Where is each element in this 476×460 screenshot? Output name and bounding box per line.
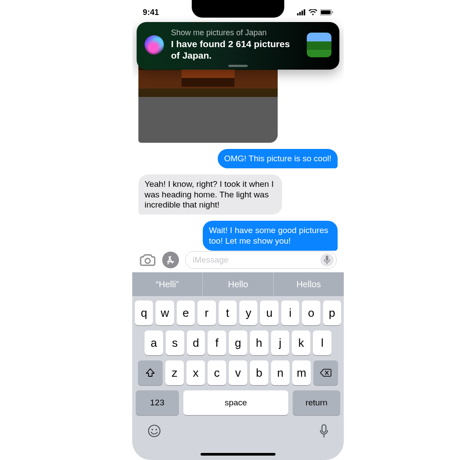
key-m[interactable]: m (292, 360, 311, 385)
key-g[interactable]: g (229, 330, 247, 355)
keyboard-suggestion-bar: “Helli” Hello Hellos (132, 272, 344, 296)
battery-icon (320, 9, 333, 15)
outgoing-message-bubble[interactable]: Wait! I have some good pictures too! Let… (203, 221, 338, 251)
key-o[interactable]: o (302, 300, 320, 325)
siri-drag-handle[interactable] (228, 65, 248, 67)
key-a[interactable]: a (145, 330, 163, 355)
key-v[interactable]: v (229, 360, 247, 385)
svg-rect-2 (301, 11, 303, 15)
siri-orb-icon (145, 35, 164, 55)
emoji-icon (147, 424, 161, 438)
home-indicator[interactable] (201, 453, 275, 456)
key-n[interactable]: n (271, 360, 290, 385)
camera-button[interactable] (139, 252, 156, 268)
keyboard-bottom-row (135, 420, 341, 441)
siri-result-card[interactable]: Show me pictures of Japan I have found 2… (137, 22, 339, 70)
key-u[interactable]: u (260, 300, 278, 325)
keyboard-row-2: a s d f g h j k l (135, 330, 341, 355)
incoming-message-bubble[interactable]: Yeah! I know, right? I took it when I wa… (138, 174, 282, 215)
message-row: Wait! I have some good pictures too! Let… (138, 221, 338, 251)
key-i[interactable]: i (281, 300, 299, 325)
siri-text-block: Show me pictures of Japan I have found 2… (171, 28, 300, 62)
svg-rect-1 (299, 12, 301, 15)
svg-rect-5 (321, 11, 331, 15)
key-numbers[interactable]: 123 (136, 390, 179, 415)
svg-rect-3 (304, 9, 305, 15)
app-drawer-button[interactable] (162, 252, 179, 268)
status-indicators (297, 9, 333, 15)
keyboard-row-1: q w e r t y u i o p (135, 300, 341, 325)
siri-response-text: I have found 2 614 pictures of Japan. (171, 38, 300, 62)
svg-rect-6 (332, 11, 333, 14)
key-k[interactable]: k (292, 330, 310, 355)
dictation-button[interactable] (320, 253, 334, 267)
siri-query-text: Show me pictures of Japan (171, 28, 300, 37)
keyboard: q w e r t y u i o p a s d f g h j k l (132, 296, 344, 460)
svg-point-11 (152, 429, 153, 430)
key-r[interactable]: r (197, 300, 216, 325)
message-row: OMG! This picture is so cool! (138, 149, 338, 168)
key-y[interactable]: y (239, 300, 257, 325)
camera-icon (140, 253, 156, 267)
outgoing-message-bubble[interactable]: OMG! This picture is so cool! (218, 149, 338, 168)
svg-point-12 (156, 429, 157, 430)
dictate-keyboard-button[interactable] (319, 424, 329, 441)
message-input[interactable]: iMessage (185, 251, 337, 269)
key-j[interactable]: j (271, 330, 290, 355)
phone-frame: 9:41 Show me pictures of Japan (132, 0, 344, 460)
key-c[interactable]: c (208, 360, 226, 385)
compose-bar: iMessage (132, 248, 344, 272)
svg-point-10 (149, 425, 160, 437)
svg-rect-0 (297, 13, 299, 15)
suggestion-item[interactable]: Hello (203, 272, 273, 296)
key-f[interactable]: f (208, 330, 226, 355)
status-time: 9:41 (143, 8, 159, 17)
key-s[interactable]: s (166, 330, 184, 355)
key-e[interactable]: e (177, 300, 195, 325)
backspace-icon (320, 368, 331, 377)
key-d[interactable]: d (187, 330, 205, 355)
message-row: Yeah! I know, right? I took it when I wa… (138, 174, 338, 215)
microphone-icon (319, 424, 329, 438)
suggestion-item[interactable]: “Helli” (132, 272, 203, 296)
keyboard-row-3: z x c v b n m (135, 360, 341, 385)
svg-rect-13 (322, 425, 326, 432)
svg-rect-8 (326, 256, 328, 261)
key-x[interactable]: x (186, 360, 205, 385)
message-input-placeholder: iMessage (193, 255, 320, 265)
key-q[interactable]: q (135, 300, 153, 325)
key-w[interactable]: w (156, 300, 174, 325)
siri-result-thumbnail[interactable] (307, 33, 331, 57)
key-space[interactable]: space (183, 390, 288, 415)
key-h[interactable]: h (250, 330, 268, 355)
key-shift[interactable] (138, 360, 163, 385)
microphone-icon (324, 256, 331, 264)
key-l[interactable]: l (313, 330, 331, 355)
device-notch (192, 0, 284, 18)
wifi-icon (309, 9, 317, 15)
emoji-button[interactable] (147, 424, 161, 441)
key-p[interactable]: p (323, 300, 341, 325)
key-backspace[interactable] (313, 360, 338, 385)
key-z[interactable]: z (165, 360, 184, 385)
cellular-icon (297, 9, 306, 15)
svg-point-7 (145, 259, 150, 263)
app-store-icon (162, 252, 179, 268)
keyboard-row-4: 123 space return (135, 390, 341, 415)
suggestion-item[interactable]: Hellos (274, 272, 344, 296)
key-b[interactable]: b (250, 360, 268, 385)
key-t[interactable]: t (219, 300, 237, 325)
shift-icon (145, 368, 155, 378)
key-return[interactable]: return (293, 390, 340, 415)
